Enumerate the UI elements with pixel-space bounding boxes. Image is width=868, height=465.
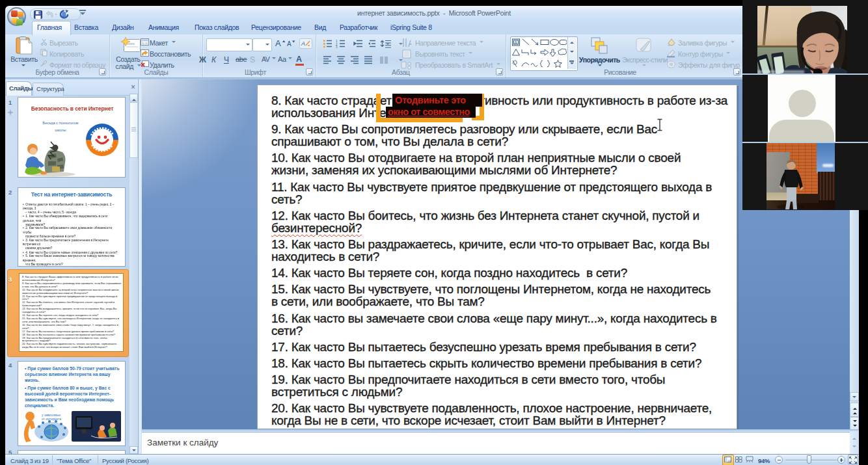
svg-text:3: 3 (336, 46, 338, 48)
svg-text:от интернета: от интернета (42, 417, 61, 421)
svg-text:A: A (275, 38, 281, 48)
svg-text:A: A (287, 40, 292, 47)
svg-text:A: A (301, 40, 305, 47)
svg-text:A: A (515, 40, 518, 45)
